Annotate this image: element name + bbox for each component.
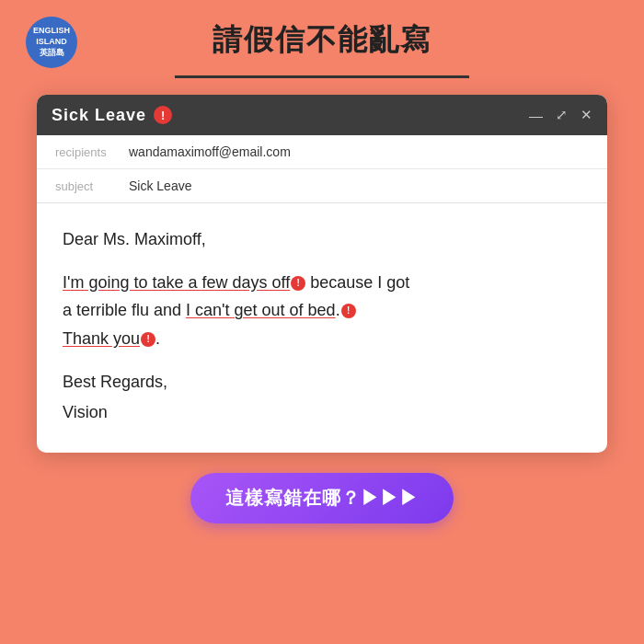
closing-line2: Vision	[63, 397, 581, 427]
error-phrase-1: I'm going to take a few days off	[63, 273, 290, 292]
recipients-value: wandamaximoff@email.com	[129, 144, 291, 159]
bottom-area: 這樣寫錯在哪？▶▶▶	[190, 473, 454, 523]
error-phrase-3: Thank you	[63, 329, 140, 348]
error-badge-1: !	[291, 276, 305, 291]
email-window: Sick Leave ! — ⤢ ✕ recipients wandamaxim…	[37, 95, 607, 453]
error-badge-3: !	[141, 332, 155, 347]
close-button[interactable]: ✕	[581, 107, 592, 123]
minimize-button[interactable]: —	[529, 108, 543, 123]
subject-value: Sick Leave	[129, 178, 191, 193]
body-thankyou: Thank you!.	[63, 329, 160, 348]
page-title: 請假信不能亂寫	[213, 20, 431, 61]
email-greeting: Dear Ms. Maximoff,	[63, 225, 581, 254]
logo-line1: ENGLISH	[33, 26, 70, 37]
window-titlebar: Sick Leave ! — ⤢ ✕	[37, 95, 607, 135]
email-body: Dear Ms. Maximoff, I'm going to take a f…	[37, 203, 607, 453]
email-header: recipients wandamaximoff@email.com subje…	[37, 135, 607, 203]
error-phrase-2: I can't get out of bed	[186, 301, 336, 319]
closing-line1: Best Regards,	[63, 367, 581, 397]
body-flu: a terrible flu and I can't get out of be…	[63, 301, 356, 319]
recipients-row: recipients wandamaximoff@email.com	[37, 135, 607, 169]
error-badge-2: !	[341, 304, 356, 318]
logo-line3: 英語島	[40, 48, 64, 59]
maximize-button[interactable]: ⤢	[556, 107, 568, 123]
email-closing: Best Regards, Vision	[63, 367, 581, 427]
subject-label: subject	[55, 179, 129, 193]
window-title: Sick Leave	[52, 106, 146, 125]
logo-badge: ENGLISH ISLAND 英語島	[26, 17, 77, 68]
recipients-label: recipients	[55, 145, 129, 159]
subject-row: subject Sick Leave	[37, 169, 607, 202]
top-area: ENGLISH ISLAND 英語島 請假信不能亂寫	[0, 0, 644, 70]
cta-button[interactable]: 這樣寫錯在哪？▶▶▶	[190, 473, 454, 523]
body-take-days-off: I'm going to take a few days off! becaus…	[63, 273, 409, 292]
logo-line2: ISLAND	[36, 37, 67, 48]
titlebar-left: Sick Leave !	[52, 106, 172, 125]
title-underline	[175, 75, 469, 78]
email-content: I'm going to take a few days off! becaus…	[63, 269, 581, 353]
window-controls: — ⤢ ✕	[529, 107, 592, 123]
title-exclamation-badge: !	[154, 106, 172, 124]
